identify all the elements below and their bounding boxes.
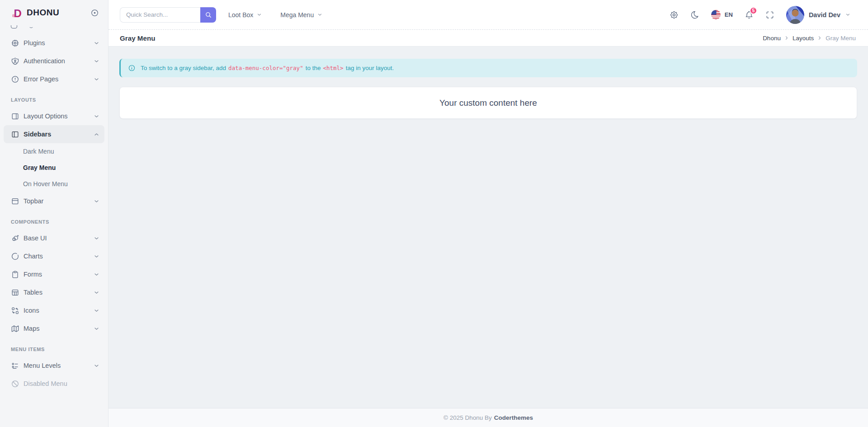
page-content: To switch to a gray sidebar, adddata-men… — [108, 47, 868, 408]
sidebar-item-label: Tables — [24, 289, 42, 296]
sidebar-item-sidebars[interactable]: Sidebars — [4, 125, 104, 143]
sidebar-subitem-gray-menu[interactable]: Gray Menu — [0, 160, 108, 176]
sidebar-item-charts[interactable]: Charts — [0, 247, 108, 265]
layout-sidebar-right-icon — [11, 112, 19, 121]
topbar-actions: EN 5 — [670, 6, 851, 24]
shield-user-icon — [11, 57, 19, 66]
sidebar-item-label: Plugins — [24, 39, 45, 47]
moon-icon — [690, 10, 699, 19]
chevron-down-icon — [93, 307, 100, 314]
fullscreen-button[interactable] — [765, 10, 774, 19]
sidebar-item-label: Sidebars — [24, 131, 51, 138]
sidebar-subitem-on-hover-menu[interactable]: On Hover Menu — [0, 176, 108, 192]
cpu-icon — [11, 39, 19, 47]
sidebar-item-label: Authentication — [24, 57, 65, 65]
footer-brand-link[interactable]: Coderthemes — [494, 414, 533, 421]
sidebar-subitem-dark-menu[interactable]: Dark Menu — [0, 143, 108, 160]
breadcrumb-item-layouts[interactable]: Layouts — [793, 35, 814, 42]
alert-code-attribute: data-menu-color="gray" — [228, 65, 303, 71]
info-circle-icon — [128, 64, 136, 72]
chevron-down-icon — [93, 362, 100, 369]
sidebar-item-tables[interactable]: Tables — [0, 283, 108, 301]
sidebar-item-label: Disabled Menu — [24, 380, 67, 387]
sidebar-item-layout-options[interactable]: Layout Options — [0, 107, 108, 125]
chevron-down-icon — [93, 271, 100, 278]
chevron-down-icon — [93, 289, 100, 296]
chevron-down-icon — [93, 76, 100, 83]
notifications-button[interactable]: 5 — [745, 10, 754, 19]
custom-content-text: Your custom content here — [439, 98, 537, 108]
pie-chart-icon — [11, 252, 19, 261]
chevron-down-icon — [845, 12, 851, 18]
sidebar-item-forms[interactable]: Forms — [0, 265, 108, 283]
brand-name: DHONU — [27, 8, 59, 18]
sidebar-item-label: Maps — [24, 325, 39, 332]
clipped-menu-item — [11, 25, 101, 31]
settings-button[interactable] — [670, 10, 679, 19]
breadcrumb: Dhonu Layouts Gray Menu — [763, 35, 856, 42]
page-title-bar: Gray Menu Dhonu Layouts Gray Menu — [108, 30, 868, 47]
clipboard-icon — [11, 270, 19, 279]
sidebar-section-layouts: LAYOUTS — [0, 88, 108, 107]
ban-icon — [11, 380, 19, 388]
user-menu[interactable]: David Dev — [786, 6, 851, 24]
page-title: Gray Menu — [120, 34, 156, 42]
search-input[interactable] — [120, 7, 200, 23]
notification-badge: 5 — [750, 7, 757, 14]
sidebar-item-plugins[interactable]: Plugins — [0, 34, 108, 52]
breadcrumb-item-dhonu[interactable]: Dhonu — [763, 35, 781, 42]
language-selector[interactable]: EN — [711, 10, 733, 19]
chevron-up-icon — [93, 131, 100, 138]
brand-logo[interactable]: D DHONU — [12, 7, 59, 19]
sidebar-item-label: Menu Levels — [24, 362, 61, 369]
clipped-item-icon — [11, 25, 17, 28]
breadcrumb-item-current: Gray Menu — [826, 35, 856, 42]
sidebar-item-label: Forms — [24, 271, 42, 278]
clipped-item-text-fragment — [29, 25, 33, 28]
sidebar-item-error-pages[interactable]: Error Pages — [0, 70, 108, 88]
topbar-menu-label: Loot Box — [228, 11, 253, 19]
avatar — [786, 6, 804, 24]
sidebar-item-authentication[interactable]: Authentication — [0, 52, 108, 70]
sidebar-item-label: Error Pages — [24, 75, 58, 83]
chevron-right-icon — [816, 35, 823, 41]
chevron-down-icon — [93, 40, 100, 47]
main-area: Loot Box Mega Menu EN 5 — [108, 0, 868, 427]
circle-dot-icon — [90, 9, 99, 17]
sidebar-subitem-label: Gray Menu — [23, 164, 56, 171]
footer-copyright: © 2025 Dhonu By — [443, 414, 492, 421]
topbar-menu-mega-menu[interactable]: Mega Menu — [280, 11, 323, 19]
alert-code-tag: <html> — [323, 65, 343, 71]
list-details-icon — [11, 361, 19, 370]
alert-text: To switch to a gray sidebar, adddata-men… — [141, 65, 394, 71]
sidebar-toggle-button[interactable] — [90, 9, 99, 17]
sidebar-nav: Plugins Authentication Error Pages LAYOU… — [0, 25, 108, 427]
info-alert: To switch to a gray sidebar, adddata-men… — [119, 59, 857, 77]
sidebar-item-label: Icons — [24, 307, 39, 314]
sidebar-item-icons[interactable]: Icons — [0, 301, 108, 319]
search-button[interactable] — [200, 7, 216, 23]
custom-content-card: Your custom content here — [119, 87, 857, 119]
chevron-down-icon — [256, 12, 262, 18]
sidebar-item-base-ui[interactable]: Base UI — [0, 229, 108, 247]
sidebar-item-menu-levels[interactable]: Menu Levels — [0, 357, 108, 375]
circles-sparkle-icon — [11, 234, 19, 243]
alert-circle-icon — [11, 75, 19, 84]
chevron-down-icon — [317, 12, 323, 18]
footer: © 2025 Dhonu By Coderthemes — [108, 408, 868, 427]
sidebar-section-components: COMPONENTS — [0, 210, 108, 229]
fullscreen-icon — [765, 10, 774, 19]
us-flag-icon — [711, 10, 721, 19]
search-icon — [205, 11, 212, 19]
chevron-down-icon — [93, 325, 100, 332]
dark-mode-button[interactable] — [690, 10, 699, 19]
sidebar-item-topbar[interactable]: Topbar — [0, 192, 108, 210]
svg-text:D: D — [14, 7, 22, 19]
user-name: David Dev — [809, 11, 840, 19]
layout-navbar-icon — [11, 197, 19, 206]
sidebar-item-label: Topbar — [24, 197, 43, 205]
topbar-menu-loot-box[interactable]: Loot Box — [228, 11, 262, 19]
sidebar-item-maps[interactable]: Maps — [0, 319, 108, 338]
sidebar-item-disabled-menu: Disabled Menu — [0, 375, 108, 393]
chevron-down-icon — [93, 253, 100, 260]
